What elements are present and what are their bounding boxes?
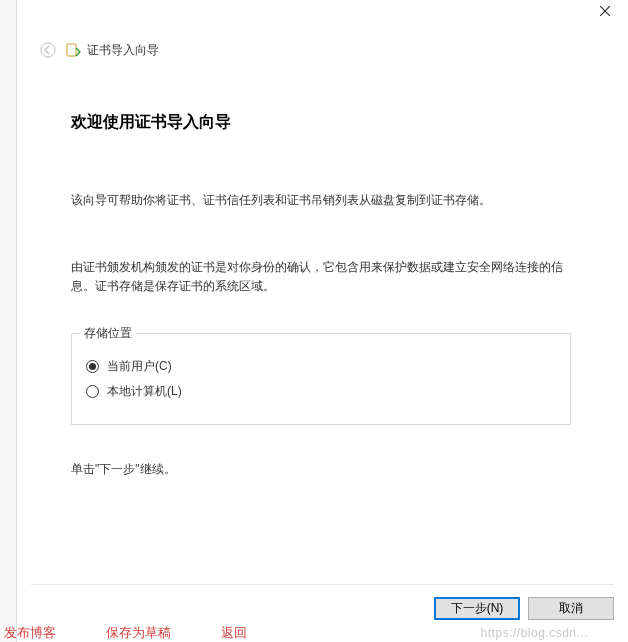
next-button[interactable]: 下一步(N)	[434, 597, 520, 620]
radio-label: 当前用户(C)	[107, 358, 172, 375]
titlebar	[17, 0, 628, 30]
radio-current-user[interactable]: 当前用户(C)	[86, 358, 556, 375]
certificate-wizard-icon	[65, 42, 81, 58]
wizard-header: 证书导入向导	[17, 30, 628, 64]
wizard-title: 证书导入向导	[87, 42, 159, 59]
storage-location-group: 存储位置 当前用户(C) 本地计算机(L)	[71, 333, 571, 425]
intro-paragraph-1: 该向导可帮助你将证书、证书信任列表和证书吊销列表从磁盘复制到证书存储。	[71, 191, 574, 210]
close-icon[interactable]	[600, 6, 614, 20]
radio-icon	[86, 385, 99, 398]
button-row: 下一步(N) 取消	[31, 584, 614, 620]
certificate-import-wizard-dialog: 证书导入向导 欢迎使用证书导入向导 该向导可帮助你将证书、证书信任列表和证书吊销…	[16, 0, 628, 642]
svg-rect-3	[67, 44, 76, 56]
background-page-fragment: 发布博客 保存为草稿 返回	[4, 624, 247, 642]
radio-icon	[86, 360, 99, 373]
svg-point-2	[41, 43, 55, 57]
background-strip	[0, 0, 16, 642]
back-arrow-icon[interactable]	[37, 39, 59, 61]
continue-hint: 单击"下一步"继续。	[71, 461, 574, 478]
storage-location-legend: 存储位置	[80, 325, 136, 342]
watermark-text: https://blog.csdn...	[481, 626, 588, 640]
cancel-button[interactable]: 取消	[528, 597, 614, 620]
wizard-content: 欢迎使用证书导入向导 该向导可帮助你将证书、证书信任列表和证书吊销列表从磁盘复制…	[17, 64, 628, 478]
page-heading: 欢迎使用证书导入向导	[71, 112, 574, 133]
intro-paragraph-2: 由证书颁发机构颁发的证书是对你身份的确认，它包含用来保护数据或建立安全网络连接的…	[71, 258, 574, 296]
radio-local-machine[interactable]: 本地计算机(L)	[86, 383, 556, 400]
radio-label: 本地计算机(L)	[107, 383, 182, 400]
